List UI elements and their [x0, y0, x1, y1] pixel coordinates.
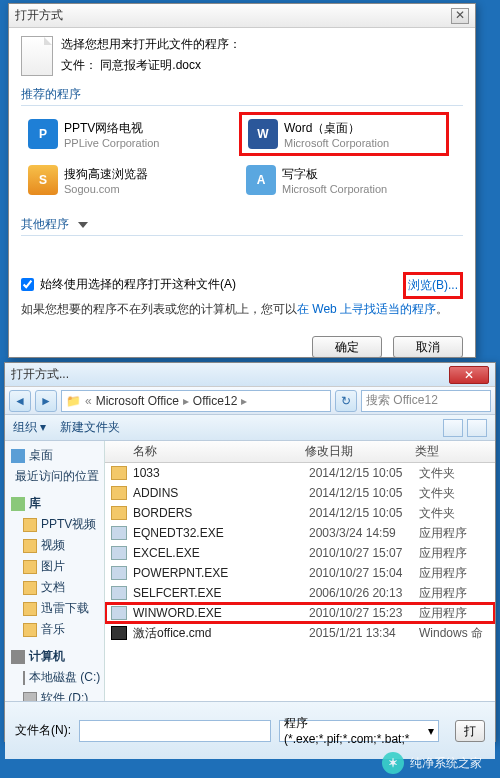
folder-icon: [23, 560, 37, 574]
sidebar-item-disk-c[interactable]: 本地磁盘 (C:): [7, 667, 102, 688]
program-grid: PPPTV网络电视PPLive CorporationWWord（桌面）Micr…: [21, 112, 463, 200]
watermark-logo-icon: ✶: [382, 752, 404, 774]
other-label: 其他程序: [21, 217, 69, 231]
bottom-bar: 文件名(N): 程序 (*.exe;*.pif;*.com;*.bat;*▾ 打: [5, 701, 495, 759]
exe-icon: [111, 606, 127, 620]
file-row[interactable]: WINWORD.EXE2010/10/27 15:23应用程序: [105, 603, 495, 623]
dialog-title: 打开方式: [15, 7, 451, 24]
sidebar-item-desktop[interactable]: 桌面: [7, 445, 102, 466]
disk-icon: [23, 692, 37, 702]
watermark: ✶ 纯净系统之家: [382, 752, 482, 774]
recommended-header: 推荐的程序: [21, 86, 463, 106]
program-item-word[interactable]: WWord（桌面）Microsoft Corporation: [239, 112, 449, 156]
sidebar-item-disk-d[interactable]: 软件 (D:): [7, 688, 102, 701]
file-row[interactable]: EXCEL.EXE2010/10/27 15:07应用程序: [105, 543, 495, 563]
exe-icon: [111, 546, 127, 560]
filename-label: 文件名(N):: [15, 722, 71, 739]
computer-icon: [11, 650, 25, 664]
close-icon[interactable]: ✕: [449, 366, 489, 384]
forward-button[interactable]: ►: [35, 390, 57, 412]
file-row[interactable]: POWERPNT.EXE2010/10/27 15:04应用程序: [105, 563, 495, 583]
program-item-pptv[interactable]: PPPTV网络电视PPLive Corporation: [21, 112, 231, 156]
col-date[interactable]: 修改日期: [305, 443, 415, 460]
organize-menu[interactable]: 组织 ▾: [13, 419, 46, 436]
path-seg-0[interactable]: Microsoft Office: [96, 394, 179, 408]
sidebar-item-pptv[interactable]: PPTV视频: [7, 514, 102, 535]
close-icon[interactable]: ✕: [451, 8, 469, 24]
file-label: 文件：: [61, 58, 97, 72]
open-button[interactable]: 打: [455, 720, 485, 742]
file-row[interactable]: BORDERS2014/12/15 10:05文件夹: [105, 503, 495, 523]
col-type[interactable]: 类型: [415, 443, 495, 460]
program-item-wordpad[interactable]: A写字板Microsoft Corporation: [239, 160, 449, 200]
sidebar-item-music[interactable]: 音乐: [7, 619, 102, 640]
back-button[interactable]: ◄: [9, 390, 31, 412]
new-folder-button[interactable]: 新建文件夹: [60, 419, 120, 436]
browse-button[interactable]: 浏览(B)...: [408, 278, 458, 292]
filename-input[interactable]: [79, 720, 271, 742]
exe-icon: [111, 586, 127, 600]
library-icon: [11, 497, 25, 511]
path-seg-1[interactable]: Office12: [193, 394, 237, 408]
file-pane: 名称 修改日期 类型 10332014/12/15 10:05文件夹ADDINS…: [105, 441, 495, 701]
dialog-title: 打开方式...: [11, 366, 449, 383]
help-button[interactable]: [467, 419, 487, 437]
sidebar-item-documents[interactable]: 文档: [7, 577, 102, 598]
sidebar-item-xunlei[interactable]: 迅雷下载: [7, 598, 102, 619]
web-search-link[interactable]: 在 Web 上寻找适当的程序: [297, 302, 436, 316]
prompt-text: 选择您想用来打开此文件的程序： 文件： 同意报考证明.docx: [61, 36, 241, 76]
view-mode-button[interactable]: [443, 419, 463, 437]
disk-icon: [23, 671, 25, 685]
titlebar[interactable]: 打开方式 ✕: [9, 4, 475, 28]
folder-icon: [111, 506, 127, 520]
sidebar-item-recent[interactable]: 最近访问的位置: [7, 466, 102, 487]
folder-icon: [111, 466, 127, 480]
file-type-filter[interactable]: 程序 (*.exe;*.pif;*.com;*.bat;*▾: [279, 720, 439, 742]
exe-icon: [111, 566, 127, 580]
file-list: 10332014/12/15 10:05文件夹ADDINS2014/12/15 …: [105, 463, 495, 643]
prompt-line1: 选择您想用来打开此文件的程序：: [61, 36, 241, 53]
sidebar-item-pictures[interactable]: 图片: [7, 556, 102, 577]
toolbar: 组织 ▾ 新建文件夹: [5, 415, 495, 441]
folder-icon: [23, 581, 37, 595]
titlebar[interactable]: 打开方式... ✕: [5, 363, 495, 387]
file-row[interactable]: EQNEDT32.EXE2003/3/24 14:59应用程序: [105, 523, 495, 543]
path-box[interactable]: 📁 « Microsoft Office ▸ Office12 ▸: [61, 390, 331, 412]
sidebar-item-library[interactable]: 库: [7, 493, 102, 514]
folder-icon: [23, 518, 37, 532]
folder-icon: 📁: [66, 394, 81, 408]
desktop-icon: [11, 449, 25, 463]
folder-icon: [23, 539, 37, 553]
other-programs-header[interactable]: 其他程序: [21, 216, 463, 236]
file-name: 同意报考证明.docx: [100, 58, 201, 72]
always-use-label: 始终使用选择的程序打开这种文件(A): [40, 276, 236, 293]
col-name[interactable]: 名称: [105, 443, 305, 460]
folder-icon: [23, 602, 37, 616]
cancel-button[interactable]: 取消: [393, 336, 463, 358]
cmd-icon: [111, 626, 127, 640]
file-row[interactable]: ADDINS2014/12/15 10:05文件夹: [105, 483, 495, 503]
wordpad-icon: A: [246, 165, 276, 195]
file-browse-dialog: 打开方式... ✕ ◄ ► 📁 « Microsoft Office ▸ Off…: [4, 362, 496, 742]
word-icon: W: [248, 119, 278, 149]
always-use-checkbox[interactable]: [21, 278, 34, 291]
file-row[interactable]: 10332014/12/15 10:05文件夹: [105, 463, 495, 483]
pptv-icon: P: [28, 119, 58, 149]
chevron-down-icon: ▾: [428, 724, 434, 738]
refresh-button[interactable]: ↻: [335, 390, 357, 412]
file-row[interactable]: 激活office.cmd2015/1/21 13:34Windows 命: [105, 623, 495, 643]
navbar: ◄ ► 📁 « Microsoft Office ▸ Office12 ▸ ↻ …: [5, 387, 495, 415]
sogou-icon: S: [28, 165, 58, 195]
chevron-down-icon: [78, 222, 88, 228]
ok-button[interactable]: 确定: [312, 336, 382, 358]
sidebar: 桌面 最近访问的位置 库 PPTV视频 视频 图片 文档 迅雷下载 音乐 计算机…: [5, 441, 105, 701]
folder-icon: [23, 623, 37, 637]
browse-highlight: 浏览(B)...: [403, 272, 463, 299]
sidebar-item-computer[interactable]: 计算机: [7, 646, 102, 667]
exe-icon: [111, 526, 127, 540]
program-item-sogou[interactable]: S搜狗高速浏览器Sogou.com: [21, 160, 231, 200]
search-input[interactable]: 搜索 Office12: [361, 390, 491, 412]
file-row[interactable]: SELFCERT.EXE2006/10/26 20:13应用程序: [105, 583, 495, 603]
column-header[interactable]: 名称 修改日期 类型: [105, 441, 495, 463]
sidebar-item-video[interactable]: 视频: [7, 535, 102, 556]
